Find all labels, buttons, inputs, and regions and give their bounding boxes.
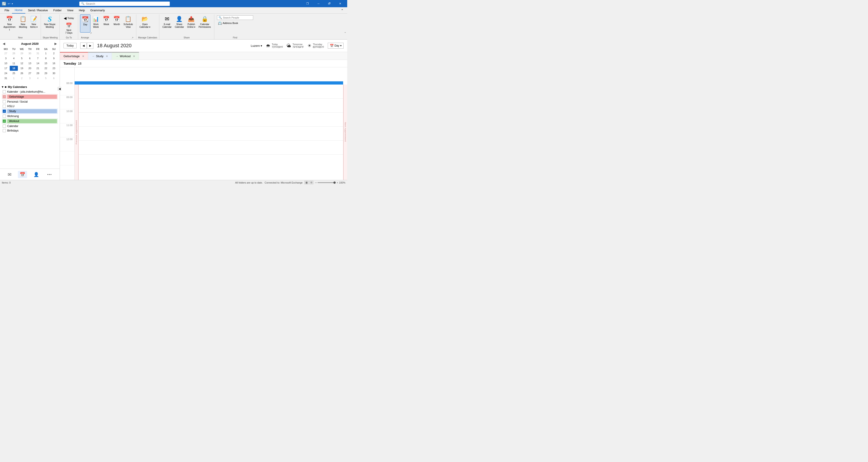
people-nav-btn[interactable]: 👤 (32, 171, 41, 178)
calendar-item-study[interactable]: ✓ Study (2, 109, 58, 114)
today-btn[interactable]: Today (64, 43, 76, 49)
mini-cal-day[interactable]: 2 (18, 76, 26, 81)
mini-cal-day[interactable]: 17 (2, 66, 10, 71)
mail-nav-btn[interactable]: ✉ (6, 171, 13, 178)
calendar-permissions-btn[interactable]: 🔒 CalendarPermissions (197, 14, 212, 33)
study-checkbox[interactable]: ✓ (3, 110, 6, 113)
birthdays-checkbox[interactable] (3, 129, 6, 132)
calendar-item-wohnung[interactable]: Wohnung (2, 114, 58, 118)
reading-view-btn[interactable]: ⊟ (309, 181, 313, 184)
share-calendar-btn[interactable]: 👤 ShareCalendar (174, 14, 185, 33)
email-calendar-btn[interactable]: ✉ E-mailCalendar (161, 14, 173, 33)
menu-home[interactable]: Home (12, 7, 25, 13)
mini-cal-day[interactable]: 3 (2, 56, 10, 61)
tab-study-close[interactable]: ✕ (106, 55, 108, 58)
calendar-item-geburtstage[interactable]: ✓ Geburtstage (2, 94, 58, 99)
minimize-btn[interactable]: ─ (313, 0, 324, 7)
mini-cal-day[interactable]: 29 (42, 71, 50, 76)
publish-online-btn[interactable]: 📤 PublishOnline ▾ (186, 14, 197, 33)
mini-cal-day[interactable]: 20 (26, 66, 34, 71)
mini-cal-day[interactable]: 8 (42, 56, 50, 61)
mini-cal-day[interactable]: 4 (10, 56, 18, 61)
title-search-input[interactable] (86, 2, 168, 5)
mini-cal-day[interactable]: 26 (18, 71, 26, 76)
geburtstage-checkbox[interactable]: ✓ (3, 95, 6, 98)
calendar-item-hslu[interactable]: HSLU (2, 104, 58, 109)
dropdown-icon[interactable]: ▾ (12, 2, 13, 5)
close-btn[interactable]: ✕ (335, 0, 345, 7)
new-appointment-btn[interactable]: 📅 NewAppointment (2, 14, 17, 33)
event-area[interactable]: Previous Appointment (74, 67, 343, 180)
new-meeting-btn[interactable]: 📋 NewMeeting (18, 14, 29, 33)
sidebar-collapse-btn[interactable]: ◀ (58, 87, 61, 91)
zoom-minus-btn[interactable]: ─ (315, 181, 317, 184)
mini-cal-day[interactable]: 19 (18, 66, 26, 71)
view-selector[interactable]: 📅 Day ▾ (328, 43, 344, 49)
ribbon-collapse-icon[interactable]: ⌃ (339, 8, 345, 12)
mini-cal-day[interactable]: 29 (18, 51, 26, 56)
cal-prev-btn[interactable]: ◀ (80, 42, 87, 49)
mini-cal-day[interactable]: 3 (26, 76, 34, 81)
normal-view-btn[interactable]: ▦ (305, 181, 309, 184)
work-week-btn[interactable]: 📊 WorkWeek (91, 14, 101, 33)
calendar-nav-btn[interactable]: 📅 (18, 171, 27, 178)
mini-cal-day[interactable]: 31 (2, 76, 10, 81)
mini-cal-prev-btn[interactable]: ◀ (2, 41, 6, 46)
calendar-item-birthdays[interactable]: Birthdays (2, 128, 58, 133)
mini-cal-day[interactable]: 16 (50, 61, 58, 66)
tab-workout[interactable]: → Workout ✕ (112, 52, 139, 60)
more-nav-btn[interactable]: ••• (45, 172, 54, 177)
menu-help[interactable]: Help (76, 7, 88, 13)
next-appt-indicator[interactable]: Next Appointment (343, 85, 347, 180)
tab-geburtstage-close[interactable]: ✕ (82, 55, 84, 58)
menu-grammarly[interactable]: Grammarly (88, 7, 107, 13)
next-7-days-btn[interactable]: 📅 Next7 Days (64, 22, 74, 33)
mini-cal-day[interactable]: 6 (26, 56, 34, 61)
mini-cal-day[interactable]: 31 (34, 51, 42, 56)
mini-cal-day[interactable]: 1 (42, 51, 50, 56)
arrange-expand-icon[interactable]: ↗ (131, 36, 134, 39)
wohnung-checkbox[interactable] (3, 115, 6, 118)
zoom-slider[interactable] (318, 182, 336, 183)
mini-cal-day[interactable]: 5 (18, 56, 26, 61)
menu-folder[interactable]: Folder (51, 7, 64, 13)
mini-cal-day[interactable]: 9 (50, 56, 58, 61)
goto-expand-icon[interactable]: ↗ (90, 32, 92, 34)
zoom-plus-btn[interactable]: + (337, 181, 338, 184)
calendar-item-workout[interactable]: ✓ Workout (2, 118, 58, 124)
cal-next-btn[interactable]: ▶ (87, 42, 93, 49)
mini-cal-day[interactable]: 14 (34, 61, 42, 66)
new-skype-meeting-btn[interactable]: S New SkypeMeeting (43, 14, 57, 33)
personal-checkbox[interactable] (3, 100, 6, 103)
tab-geburtstage[interactable]: Geburtstage ✕ (60, 52, 88, 60)
mini-cal-day[interactable]: 27 (2, 51, 10, 56)
week-btn[interactable]: 📅 Week (101, 14, 111, 33)
calendar-item-calendar[interactable]: Calendar (2, 124, 58, 128)
location-selector[interactable]: Luzern ▾ (251, 44, 262, 48)
mini-cal-day[interactable]: 15 (42, 61, 50, 66)
calendar-item-personal[interactable]: Personal / Social (2, 99, 58, 104)
refresh-icon[interactable]: 🔄 (2, 2, 6, 6)
mini-cal-day[interactable]: 22 (42, 66, 50, 71)
month-btn[interactable]: 📅 Month (112, 14, 122, 33)
undo-icon[interactable]: ↩ (8, 2, 10, 5)
mini-cal-day[interactable]: 25 (10, 71, 18, 76)
mini-cal-day[interactable]: 21 (34, 66, 42, 71)
mini-cal-day[interactable]: 30 (50, 71, 58, 76)
address-book-btn[interactable]: 📇 Address Book (217, 21, 239, 25)
mini-cal-day[interactable]: 1 (10, 76, 18, 81)
restore-btn[interactable]: 🗗 (324, 0, 335, 7)
menu-send-receive[interactable]: Send / Receive (25, 7, 51, 13)
mini-cal-day[interactable]: 5 (42, 76, 50, 81)
new-items-btn[interactable]: 📝 NewItems ▾ (29, 14, 39, 33)
ribbon-expand-icon[interactable]: ⌃ (344, 32, 346, 35)
mini-cal-day[interactable]: 23 (50, 66, 58, 71)
open-calendar-btn[interactable]: 📂 OpenCalendar ▾ (138, 14, 152, 33)
mini-cal-day[interactable]: 18 (10, 66, 18, 71)
calendar-checkbox[interactable] (3, 125, 6, 128)
my-calendars-header[interactable]: ▾ ■ My Calendars (2, 84, 58, 90)
tab-study[interactable]: → Study ✕ (88, 52, 112, 60)
day-view-btn[interactable]: 📆 Day (80, 14, 90, 33)
mini-cal-day[interactable]: 27 (26, 71, 34, 76)
today-ribbon-btn[interactable]: ◀ Today (62, 16, 75, 21)
